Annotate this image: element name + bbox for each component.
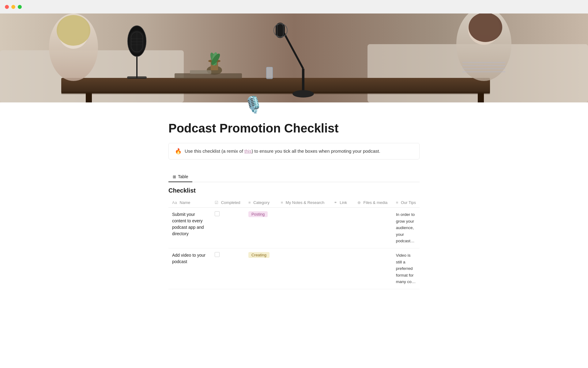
row-1-files[interactable] (354, 208, 392, 248)
tab-table-label: Table (178, 174, 188, 179)
svg-rect-6 (478, 93, 484, 102)
svg-point-9 (57, 15, 90, 46)
row-2-files[interactable] (354, 248, 392, 289)
col-header-completed: ☑ Completed (211, 198, 245, 208)
row-1-tips-text: In order to grow your audience, your pod… (396, 211, 416, 244)
table-header-row: Aa Name ☑ Completed ≡ Category ≡ My Note… (168, 198, 420, 208)
name-col-icon: Aa (172, 200, 177, 205)
row-1-badge: Posting (248, 211, 268, 217)
row-1-tips: In order to grow your audience, your pod… (392, 208, 420, 248)
callout-box: 🔥 Use this checklist (a remix of this) t… (168, 143, 420, 159)
cover-image (0, 13, 588, 102)
col-header-link: ⚭ Link (330, 198, 354, 208)
maximize-button[interactable] (18, 5, 22, 9)
minimize-button[interactable] (11, 5, 15, 9)
col-header-tips: ≡ Our Tips (392, 198, 420, 208)
callout-link[interactable]: this (244, 148, 251, 154)
row-1-notes[interactable] (277, 208, 330, 248)
row-1-completed[interactable] (211, 208, 245, 248)
notes-col-icon: ≡ (281, 200, 283, 205)
tips-col-icon: ≡ (396, 200, 398, 205)
table-section: ⊞ Table Checklist Aa Name ☑ Completed (168, 172, 420, 289)
row-1-link[interactable] (330, 208, 354, 248)
table-icon: ⊞ (173, 174, 176, 179)
col-header-name: Aa Name (168, 198, 211, 208)
row-2-link[interactable] (330, 248, 354, 289)
row-2-tips-text: Video is still a preferred format for ma… (396, 252, 416, 285)
row-2-name: Add video to your podcast (168, 248, 211, 289)
callout-text-after: ) to ensure you tick all the boxes when … (251, 148, 380, 154)
col-header-category: ≡ Category (245, 198, 277, 208)
svg-rect-39 (190, 70, 211, 74)
row-2-tips: Video is still a preferred format for ma… (392, 248, 420, 289)
svg-point-28 (292, 90, 314, 98)
svg-rect-3 (61, 78, 490, 93)
close-button[interactable] (5, 5, 9, 9)
page-title: Podcast Promotion Checklist (168, 121, 420, 136)
row-2-completed[interactable] (211, 248, 245, 289)
page-content: 🎙️ Podcast Promotion Checklist 🔥 Use thi… (95, 93, 493, 289)
svg-point-12 (469, 13, 502, 42)
row-1-category: Posting (245, 208, 277, 248)
checklist-table: Aa Name ☑ Completed ≡ Category ≡ My Note… (168, 198, 420, 289)
svg-rect-40 (266, 67, 273, 79)
row-2-badge: Creating (248, 252, 270, 258)
svg-rect-4 (61, 92, 490, 94)
col-header-notes: ≡ My Notes & Research (277, 198, 330, 208)
col-header-files: ⊕ Files & media (354, 198, 392, 208)
table-row[interactable]: Submit your content to every podcast app… (168, 208, 420, 248)
svg-rect-38 (175, 73, 242, 79)
tab-bar: ⊞ Table (168, 172, 420, 182)
callout-text-before: Use this checklist (a remix of (185, 148, 244, 154)
svg-rect-18 (127, 76, 147, 79)
category-col-icon: ≡ (248, 200, 251, 205)
row-2-checkbox[interactable] (215, 252, 220, 257)
row-1-name: Submit your content to every podcast app… (168, 208, 211, 248)
row-1-checkbox[interactable] (215, 211, 220, 216)
section-title: Checklist (168, 187, 420, 194)
titlebar (0, 0, 588, 13)
completed-col-icon: ☑ (215, 200, 218, 205)
row-2-category: Creating (245, 248, 277, 289)
link-col-icon: ⚭ (334, 200, 337, 205)
callout-text: Use this checklist (a remix of this) to … (185, 148, 380, 155)
page-icon: 🎙️ (242, 93, 265, 116)
tab-table[interactable]: ⊞ Table (168, 172, 192, 182)
files-col-icon: ⊕ (357, 200, 361, 205)
callout-emoji: 🔥 (175, 148, 182, 155)
svg-rect-5 (86, 93, 92, 102)
row-2-notes[interactable] (277, 248, 330, 289)
table-row[interactable]: Add video to your podcast Creating Video… (168, 248, 420, 289)
